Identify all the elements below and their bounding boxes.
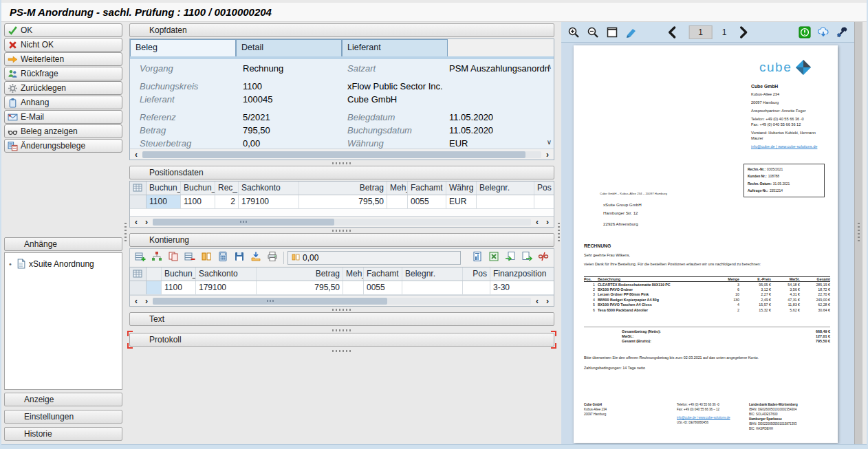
table-header-cell[interactable]: Buchun_ xyxy=(147,182,181,195)
table-row[interactable]: 110011002179100795,500055EUR xyxy=(130,195,554,209)
positionsdaten-header[interactable]: Positionsdaten xyxy=(129,166,554,179)
amount-field[interactable]: 0,00 xyxy=(287,251,461,265)
tools-icon[interactable] xyxy=(835,25,849,39)
row-selector-cell[interactable] xyxy=(130,195,147,208)
table-header-cell[interactable]: Pos xyxy=(534,182,554,195)
section-splitter[interactable] xyxy=(129,307,554,312)
highlighter-icon[interactable] xyxy=(625,25,638,39)
calculator-button[interactable] xyxy=(215,251,230,265)
scroll-left-icon[interactable]: ‹ xyxy=(132,296,140,306)
split-button[interactable] xyxy=(199,251,214,265)
company-weblink[interactable]: info@cube.de | www.cube-solutions.de xyxy=(751,144,817,149)
table-cell[interactable]: 1100 xyxy=(181,195,215,208)
table-row[interactable]: 1100179100795,5000553-30 xyxy=(130,281,554,295)
attachments-header[interactable]: Anhänge xyxy=(4,237,122,251)
table-header-cell[interactable]: Pos xyxy=(463,267,490,281)
kopfdaten-hscrollbar[interactable]: ‹ › xyxy=(130,149,554,160)
table-cell[interactable] xyxy=(463,281,490,294)
viewer-canvas[interactable]: cube Cube GmbHKubus-Allee 23420097 Hambu… xyxy=(561,43,854,444)
sidebar-action-beleg-anzeigen[interactable]: Beleg anzeigen xyxy=(4,124,122,138)
table-header-cell[interactable]: Meh_ xyxy=(343,267,364,281)
scroll-left-icon[interactable]: ‹ xyxy=(533,217,541,227)
table-hscrollbar[interactable]: ‹›‹› xyxy=(130,295,554,306)
table-hscrollbar[interactable]: ‹›‹› xyxy=(130,216,554,227)
table-header-cell[interactable]: Belegnr. xyxy=(477,182,534,195)
scroll-right-icon[interactable]: › xyxy=(142,217,151,227)
table-cell[interactable]: 179100 xyxy=(196,281,257,294)
table-cell[interactable]: 0055 xyxy=(408,195,446,208)
scroll-right-icon[interactable]: › xyxy=(543,150,552,160)
sidebar-section-einstellungen[interactable]: Einstellungen xyxy=(4,410,122,424)
status-ok-icon[interactable] xyxy=(798,25,812,39)
kopfdaten-header[interactable]: Kopfdaten xyxy=(129,23,554,37)
table-cell[interactable]: 0055 xyxy=(364,281,402,294)
section-splitter[interactable] xyxy=(129,160,554,166)
table-header-cell[interactable]: Buchun_ xyxy=(181,182,215,195)
unlink-button[interactable] xyxy=(536,251,551,265)
print-button[interactable] xyxy=(265,251,280,265)
scroll-right-icon[interactable]: › xyxy=(543,296,552,306)
zoom-in-icon[interactable] xyxy=(567,25,581,39)
table-cell[interactable]: 795,50 xyxy=(257,281,343,294)
hierarchy-button[interactable] xyxy=(149,251,164,265)
viewer-splitter[interactable] xyxy=(556,22,561,444)
report-button[interactable] xyxy=(470,251,485,265)
add-row-button[interactable] xyxy=(133,251,148,265)
scrollbar-thumb[interactable] xyxy=(153,298,387,305)
table-cell[interactable]: 1100 xyxy=(162,281,196,294)
scroll-right-icon[interactable]: › xyxy=(142,296,151,306)
section-splitter[interactable] xyxy=(129,228,554,233)
table-header-cell[interactable]: Währg xyxy=(446,182,477,195)
save-button[interactable] xyxy=(232,251,247,265)
table-cell[interactable] xyxy=(402,281,463,294)
row-selector-cell[interactable] xyxy=(130,281,147,294)
zoom-out-icon[interactable] xyxy=(586,25,600,39)
table-header-cell[interactable]: Betrag xyxy=(299,182,387,195)
scrollbar-thumb[interactable] xyxy=(153,219,334,226)
kontierung-header[interactable]: Kontierung xyxy=(129,233,554,247)
table-cell[interactable]: EUR xyxy=(446,195,477,208)
sidebar-action-r-ckfrage[interactable]: Rückfrage xyxy=(4,67,122,80)
table-cell[interactable] xyxy=(387,195,408,208)
table-cell[interactable] xyxy=(343,281,364,294)
text-section-header[interactable]: Text xyxy=(129,312,554,326)
table-header-cell[interactable]: Sachkonto xyxy=(239,182,299,195)
scroll-right-icon[interactable]: › xyxy=(543,217,552,227)
attachment-item[interactable]: •xSuite Anordnung xyxy=(8,259,119,269)
export-button[interactable] xyxy=(519,251,534,265)
remove-row-button[interactable] xyxy=(182,251,197,265)
table-cell[interactable] xyxy=(147,281,162,294)
table-header-cell[interactable]: Fachamt xyxy=(364,267,402,281)
paste-button[interactable] xyxy=(503,251,518,265)
excel-export-button[interactable] xyxy=(486,251,501,265)
sidebar-action-weiterleiten[interactable]: Weiterleiten xyxy=(4,52,122,66)
table-cell[interactable]: 795,50 xyxy=(299,195,387,208)
page-number-input[interactable]: 1 xyxy=(689,25,713,39)
scroll-down-icon[interactable]: ∨ xyxy=(547,139,552,146)
next-page-icon[interactable] xyxy=(736,25,750,39)
copy-button[interactable] xyxy=(166,251,181,265)
table-config-cell[interactable] xyxy=(130,182,147,195)
table-header-cell[interactable]: Fachamt xyxy=(408,182,446,195)
table-cell[interactable]: 179100 xyxy=(239,195,299,208)
window-edge-splitter[interactable] xyxy=(854,22,862,444)
table-config-cell[interactable] xyxy=(130,267,147,281)
sidebar-action-nderungsbelege[interactable]: Änderungsbelege xyxy=(4,139,122,153)
footer-line[interactable]: info@cube.de | www.cube-solutions.de xyxy=(677,416,746,421)
tab-lieferant[interactable]: Lieferant xyxy=(342,39,448,56)
table-cell[interactable]: 2 xyxy=(215,195,239,208)
fit-page-icon[interactable] xyxy=(605,25,619,39)
sidebar-action-nicht-ok[interactable]: Nicht OK xyxy=(4,38,122,52)
section-splitter[interactable] xyxy=(129,348,554,353)
table-header-cell[interactable]: Rec_ xyxy=(215,182,239,195)
tab-beleg[interactable]: Beleg xyxy=(130,39,236,56)
sidebar-section-historie[interactable]: Historie xyxy=(4,427,122,441)
table-header-cell[interactable]: Sachkonto xyxy=(196,267,257,281)
table-cell[interactable] xyxy=(477,195,534,208)
import-button[interactable] xyxy=(248,251,263,265)
table-cell[interactable]: 1100 xyxy=(147,195,181,208)
table-header-cell[interactable]: Buchun_ xyxy=(162,267,196,281)
table-header-cell[interactable]: Belegnr. xyxy=(402,267,463,281)
sidebar-section-anzeige[interactable]: Anzeige xyxy=(4,393,122,406)
table-header-cell[interactable]: Finanzposition xyxy=(490,267,554,281)
